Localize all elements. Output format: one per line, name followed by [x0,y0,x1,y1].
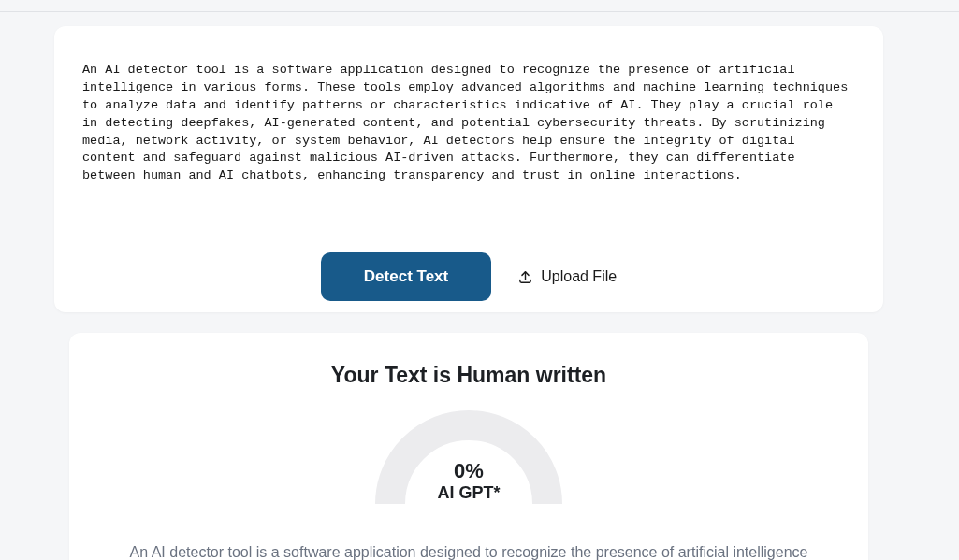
detect-text-button[interactable]: Detect Text [321,252,491,301]
upload-icon [517,269,533,285]
gauge-label: AI GPT* [375,483,562,503]
gauge-percent: 0% [375,459,562,483]
result-paragraph: An AI detector tool is a software applic… [110,541,827,560]
input-actions: Detect Text Upload File [82,252,855,301]
upload-file-button[interactable]: Upload File [517,268,617,285]
gauge-text: 0% AI GPT* [375,459,562,503]
result-card: Your Text is Human written 0% AI GPT* An… [69,333,868,560]
text-input[interactable] [82,62,855,228]
upload-file-label: Upload File [541,268,617,285]
result-title: Your Text is Human written [110,363,827,388]
divider [0,11,959,12]
input-card: Detect Text Upload File [54,26,883,312]
gauge: 0% AI GPT* [110,410,827,513]
